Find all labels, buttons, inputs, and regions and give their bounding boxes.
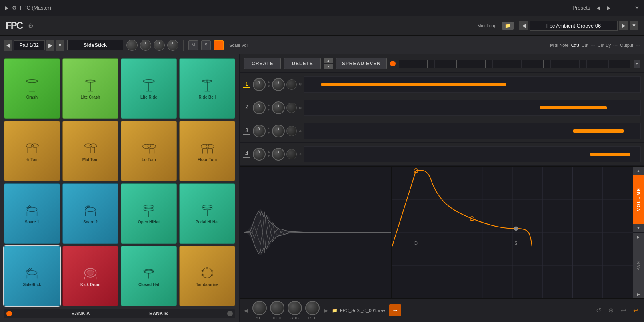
pad-section: CrashLite CrashLite RideRide BellHi TomM… [0,54,239,322]
adsr-rel-knob[interactable] [305,301,320,315]
env-scroll-up[interactable]: ▲ [633,167,644,175]
preset-next-button[interactable]: ▶ [619,21,628,30]
pad-mid-tom[interactable]: Mid Tom [62,121,118,181]
nav-right-button[interactable]: ▶ [324,307,328,314]
pan-scroll[interactable]: ▶ [633,233,644,241]
seq-scroll-btn[interactable]: ● [634,60,640,68]
seq-pan-knob[interactable] [272,125,285,137]
seq-track[interactable] [304,146,641,162]
knob-2[interactable] [140,40,151,51]
adsr-att-knob[interactable] [252,301,267,315]
pad-open-hihat[interactable]: Open HiHat [121,183,177,244]
svg-point-65 [211,269,213,271]
pad-label: Lite Ride [140,95,157,99]
pad-icon [142,266,156,281]
pad-kick-drum[interactable]: Kick Drum [62,246,118,306]
svg-point-10 [206,80,208,82]
ruler-mark [471,60,478,68]
navigate-button[interactable]: → [389,304,401,316]
seq-track[interactable] [304,123,641,139]
knob-1[interactable] [126,40,138,51]
seq-pitch-knob[interactable] [286,126,297,136]
svg-point-64 [202,269,204,271]
spread-even-button[interactable]: SPREAD EVEN [336,58,387,69]
create-button[interactable]: CREATE [244,58,281,69]
folder-button[interactable]: 📁 [502,22,514,30]
seq-up-button[interactable]: ▲ [324,58,333,63]
seq-vol-knob[interactable] [253,78,266,91]
close-btn[interactable]: ✕ [635,5,639,11]
minimize-btn[interactable]: − [625,5,628,11]
pad-icon [25,203,39,218]
seq-pitch-knob[interactable] [286,103,297,113]
solo-button[interactable]: S [201,40,211,50]
main-content: CrashLite CrashLite RideRide BellHi TomM… [0,54,644,322]
seq-pitch-knob[interactable] [286,79,297,90]
seq-arrows: ▲ ▼ [267,127,270,135]
ruler-mark [616,60,623,68]
adsr-dec-knob[interactable] [270,301,284,315]
pad-icon [83,266,98,281]
pad-hi-tom[interactable]: Hi Tom [4,121,60,181]
bank-b-indicator[interactable] [227,311,233,316]
nav-left-button[interactable]: ◀ [244,307,248,314]
knob-4[interactable] [167,40,178,51]
pad-lite-ride[interactable]: Lite Ride [121,58,177,119]
settings-icon[interactable]: ⚙ [28,22,34,30]
delete-button[interactable]: DELETE [284,58,320,69]
ruler-mark [464,60,471,68]
pad-sidestick[interactable]: SideStick [4,246,60,306]
svg-point-24 [148,144,156,149]
pad-icon [200,141,214,156]
pad-next-button[interactable]: ▶ [46,40,54,51]
preset-prev-button[interactable]: ◀ [519,21,528,30]
pad-snare-2[interactable]: Snare 2 [62,183,118,244]
seq-vol-knob[interactable] [253,101,266,114]
seq-track[interactable] [304,76,641,93]
pad-ride-bell[interactable]: Ride Bell [179,58,235,119]
pan-scroll-2[interactable]: ▶ [633,290,644,298]
active-button[interactable] [214,40,224,50]
seq-row-controls: ▲ ▼ ≋ [253,148,302,161]
mute-button[interactable]: M [188,40,198,50]
pad-tambourine[interactable]: Tambourine [179,246,235,306]
play-icon[interactable]: ▶ [5,5,9,11]
seq-pan-knob[interactable] [272,78,285,91]
seq-pan-knob[interactable] [272,101,285,114]
gear-icon[interactable]: ⚙ [12,5,17,11]
pad-grid: CrashLite CrashLite RideRide BellHi TomM… [4,58,235,306]
preset-prev-icon[interactable]: ◀ [596,5,600,11]
title-bar-left: ▶ ⚙ FPC (Master) [5,5,51,11]
seq-down-button[interactable]: ▼ [324,64,333,69]
pad-pedal-hi-hat[interactable]: Pedal Hi Hat [179,183,235,244]
env-scroll-down[interactable]: ▼ [633,224,644,232]
snowflake-button[interactable]: ❄ [607,305,615,316]
pad-snare-1[interactable]: Snare 1 [4,183,60,244]
seq-pan-knob[interactable] [272,148,285,161]
adsr-sus-knob[interactable] [288,301,302,315]
pad-dropdown-button[interactable]: ▼ [56,40,64,51]
preset-dropdown-button[interactable]: ▼ [630,21,638,30]
file-info: 📁 FPC_SdSt_C_001.wav [332,308,385,313]
pad-label: SideStick [23,282,41,287]
pad-lo-tom[interactable]: Lo Tom [121,121,177,181]
bank-a-indicator[interactable] [6,311,12,316]
reset-button[interactable]: ↺ [594,305,603,316]
ruler-mark [486,60,493,68]
svg-point-0 [26,79,38,82]
pad-floor-tom[interactable]: Floor Tom [179,121,235,181]
preset-next-icon[interactable]: ▶ [607,5,611,11]
pad-prev-button[interactable]: ◀ [4,40,12,51]
seq-track[interactable] [304,100,641,116]
pad-lite-crash[interactable]: Lite Crash [62,58,118,119]
seq-pitch-knob[interactable] [286,149,297,159]
seq-arrows: ▲ ▼ [267,103,270,111]
seq-vol-knob[interactable] [253,148,266,161]
midi-loop-label: Midi Loop [477,23,496,28]
undo-button[interactable]: ↩ [619,305,628,316]
pad-crash[interactable]: Crash [4,58,60,119]
confirm-button[interactable]: ↵ [632,305,640,316]
pad-closed-hat[interactable]: Closed Hat [121,246,177,306]
seq-vol-knob[interactable] [253,125,266,137]
knob-3[interactable] [154,40,165,51]
